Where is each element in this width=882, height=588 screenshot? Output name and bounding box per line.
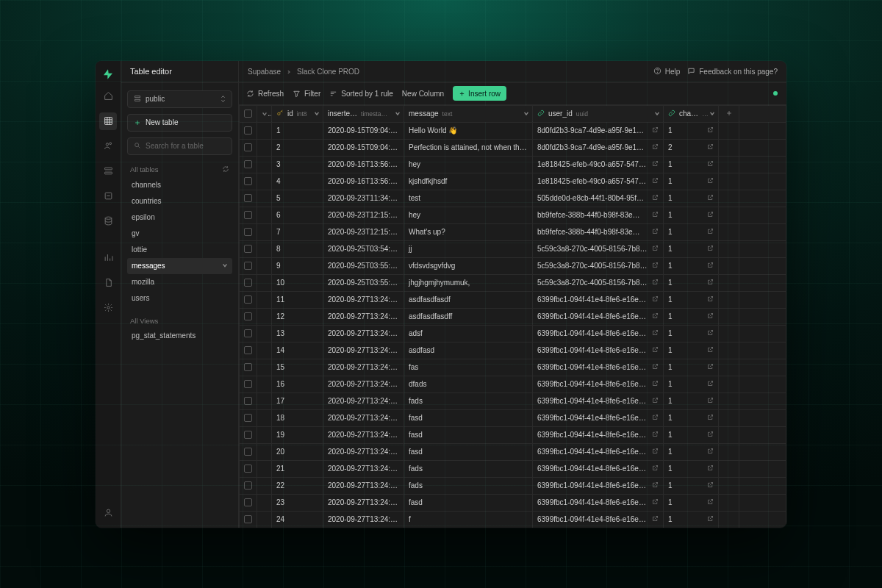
- external-link-icon[interactable]: [707, 312, 714, 320]
- external-link-icon[interactable]: [707, 177, 714, 185]
- cell-channel-id[interactable]: 1: [664, 173, 719, 190]
- cell-inserted-at[interactable]: 2020-09-15T09:04:1…: [323, 139, 404, 156]
- cell-channel-id[interactable]: 1: [664, 122, 719, 139]
- row-menu[interactable]: [257, 477, 272, 494]
- nav-database-icon[interactable]: [99, 212, 117, 230]
- cell-inserted-at[interactable]: 2020-09-23T11:34:0…: [323, 190, 404, 207]
- cell-user-id[interactable]: 5c59c3a8-270c-4005-8156-7b8…: [533, 274, 664, 291]
- row-menu[interactable]: [257, 325, 272, 342]
- cell-user-id[interactable]: 1e818425-efeb-49c0-a657-547a…: [533, 156, 664, 173]
- cell-inserted-at[interactable]: 2020-09-27T13:24:1…: [323, 443, 404, 460]
- row-menu[interactable]: [257, 359, 272, 376]
- cell-inserted-at[interactable]: 2020-09-16T13:56:41…: [323, 173, 404, 190]
- row-checkbox[interactable]: [240, 207, 257, 223]
- sidebar-table-epsilon[interactable]: epsilon: [127, 209, 232, 226]
- row-menu[interactable]: [257, 207, 272, 223]
- external-link-icon[interactable]: [652, 380, 659, 388]
- row-checkbox[interactable]: [240, 426, 257, 443]
- cell-channel-id[interactable]: 1: [664, 325, 719, 342]
- cell-user-id[interactable]: 5c59c3a8-270c-4005-8156-7b8…: [533, 240, 664, 257]
- cell-inserted-at[interactable]: 2020-09-27T13:24:11…: [323, 511, 404, 528]
- cell-id[interactable]: 21: [272, 460, 323, 477]
- cell-message[interactable]: jhgjhgmjhymumuk,: [404, 274, 533, 291]
- external-link-icon[interactable]: [652, 126, 659, 135]
- cell-message[interactable]: Perfection is attained, not when there…: [404, 139, 533, 156]
- row-menu[interactable]: [257, 342, 272, 359]
- cell-channel-id[interactable]: 1: [664, 409, 719, 426]
- col-header-message[interactable]: messagetext: [404, 105, 533, 122]
- cell-channel-id[interactable]: 1: [664, 477, 719, 494]
- cell-user-id[interactable]: 6399fbc1-094f-41e4-8fe6-e16e…: [533, 342, 664, 359]
- cell-user-id[interactable]: 5c59c3a8-270c-4005-8156-7b8…: [533, 257, 664, 274]
- cell-user-id[interactable]: 6399fbc1-094f-41e4-8fe6-e16e…: [533, 376, 664, 392]
- cell-inserted-at[interactable]: 2020-09-27T13:24:0…: [323, 359, 404, 376]
- cell-user-id[interactable]: 6399fbc1-094f-41e4-8fe6-e16e…: [533, 460, 664, 477]
- row-menu[interactable]: [257, 274, 272, 291]
- chevron-down-icon[interactable]: [314, 110, 320, 118]
- cell-user-id[interactable]: 6399fbc1-094f-41e4-8fe6-e16e…: [533, 291, 664, 308]
- refresh-tables-icon[interactable]: [222, 165, 229, 174]
- cell-user-id[interactable]: 1e818425-efeb-49c0-a657-547a…: [533, 173, 664, 190]
- nav-reports-icon[interactable]: [99, 249, 117, 267]
- cell-id[interactable]: 13: [272, 325, 323, 342]
- cell-channel-id[interactable]: 1: [664, 359, 719, 376]
- table-row[interactable]: 12020-09-15T09:04:1…Hello World 👋8d0fd2b…: [240, 122, 786, 139]
- nav-table-editor-icon[interactable]: [99, 112, 117, 130]
- insert-row-button[interactable]: Insert row: [453, 86, 506, 101]
- row-checkbox[interactable]: [240, 257, 257, 274]
- sidebar-table-lottie[interactable]: lottie: [127, 242, 232, 258]
- row-checkbox[interactable]: [240, 190, 257, 207]
- cell-channel-id[interactable]: 2: [664, 139, 719, 156]
- nav-storage-icon[interactable]: [99, 162, 117, 180]
- external-link-icon[interactable]: [652, 329, 659, 337]
- external-link-icon[interactable]: [707, 160, 714, 168]
- cell-message[interactable]: fasd: [404, 426, 533, 443]
- nav-functions-icon[interactable]: [99, 187, 117, 205]
- cell-id[interactable]: 5: [272, 190, 323, 207]
- external-link-icon[interactable]: [707, 515, 714, 523]
- external-link-icon[interactable]: [652, 228, 659, 236]
- table-row[interactable]: 102020-09-25T03:55:…jhgjhgmjhymumuk,5c59…: [240, 274, 786, 291]
- table-row[interactable]: 112020-09-27T13:24:0…asdfasdfasdf6399fbc…: [240, 291, 786, 308]
- cell-inserted-at[interactable]: 2020-09-25T03:55:…: [323, 274, 404, 291]
- cell-message[interactable]: asdfasdfasdf: [404, 291, 533, 308]
- table-row[interactable]: 72020-09-23T12:15:19…What's up?bb9fefce-…: [240, 223, 786, 240]
- cell-user-id[interactable]: 6399fbc1-094f-41e4-8fe6-e16e…: [533, 494, 664, 511]
- external-link-icon[interactable]: [707, 143, 714, 151]
- row-checkbox[interactable]: [240, 409, 257, 426]
- cell-id[interactable]: 9: [272, 257, 323, 274]
- nav-settings-icon[interactable]: [99, 299, 117, 317]
- table-row[interactable]: 92020-09-25T03:55:…vfdsvdsgvfdvg5c59c3a8…: [240, 257, 786, 274]
- cell-message[interactable]: fasd: [404, 409, 533, 426]
- cell-channel-id[interactable]: 1: [664, 240, 719, 257]
- cell-id[interactable]: 22: [272, 477, 323, 494]
- col-header-user-id[interactable]: user_iduuid: [533, 105, 664, 122]
- row-menu[interactable]: [257, 240, 272, 257]
- crumb-org[interactable]: Supabase: [248, 68, 281, 76]
- external-link-icon[interactable]: [707, 228, 714, 236]
- table-row[interactable]: 182020-09-27T13:24:0…fasd6399fbc1-094f-4…: [240, 409, 786, 426]
- cell-user-id[interactable]: bb9fefce-388b-44f0-b98f-83e…: [533, 223, 664, 240]
- table-row[interactable]: 62020-09-23T12:15:15…heybb9fefce-388b-44…: [240, 207, 786, 223]
- cell-id[interactable]: 19: [272, 426, 323, 443]
- external-link-icon[interactable]: [707, 211, 714, 219]
- schema-select[interactable]: public: [127, 90, 232, 108]
- row-menu[interactable]: [257, 460, 272, 477]
- cell-id[interactable]: 16: [272, 376, 323, 392]
- row-menu[interactable]: [257, 392, 272, 409]
- row-checkbox[interactable]: [240, 460, 257, 477]
- table-row[interactable]: 212020-09-27T13:24:1…fads6399fbc1-094f-4…: [240, 460, 786, 477]
- cell-channel-id[interactable]: 1: [664, 443, 719, 460]
- external-link-icon[interactable]: [652, 448, 659, 456]
- cell-inserted-at[interactable]: 2020-09-27T13:24:0…: [323, 291, 404, 308]
- row-menu[interactable]: [257, 173, 272, 190]
- cell-channel-id[interactable]: 1: [664, 342, 719, 359]
- external-link-icon[interactable]: [652, 279, 659, 287]
- external-link-icon[interactable]: [652, 481, 659, 490]
- chevron-down-icon[interactable]: [523, 110, 529, 118]
- row-menu[interactable]: [257, 156, 272, 173]
- feedback-button[interactable]: Feedback on this page?: [687, 67, 778, 76]
- cell-message[interactable]: jj: [404, 240, 533, 257]
- row-checkbox[interactable]: [240, 376, 257, 392]
- header-row-menu[interactable]: [257, 105, 272, 122]
